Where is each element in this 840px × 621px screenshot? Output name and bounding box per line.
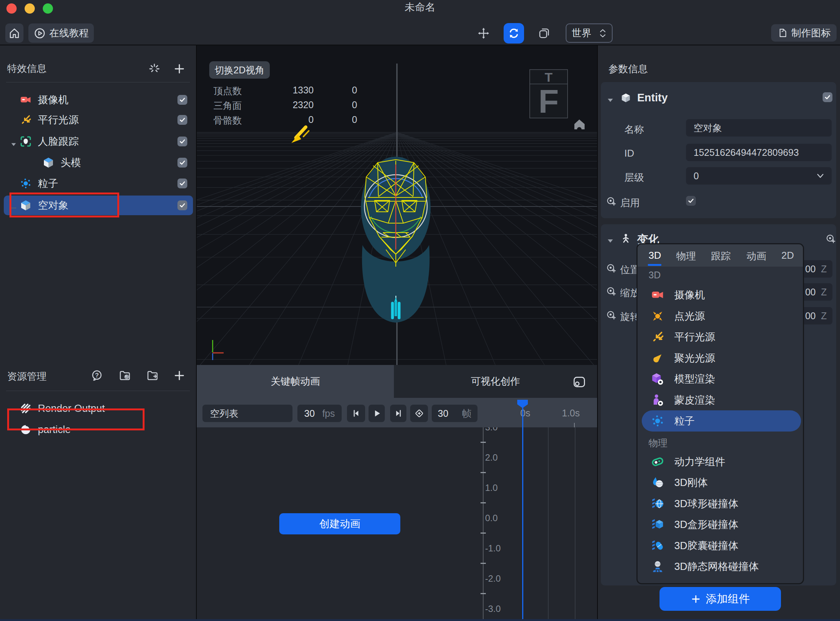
scale-tool-button[interactable] xyxy=(536,25,552,42)
add-component-button[interactable]: 添加组件 xyxy=(660,587,781,611)
add-folder-icon[interactable] xyxy=(146,369,159,382)
params-panel-title: 参数信息 xyxy=(608,62,648,76)
keyframe-icon[interactable] xyxy=(605,196,617,207)
menu-item-粒子[interactable]: 粒子 xyxy=(642,410,801,432)
model-render-icon xyxy=(651,372,664,386)
menu-item-3D球形碰撞体[interactable]: 3D球形碰撞体 xyxy=(638,493,804,514)
enable-checkbox[interactable] xyxy=(686,196,696,206)
space-mode-select[interactable]: 世界 xyxy=(566,23,613,43)
entity-card-title: Entity xyxy=(637,92,668,104)
visibility-checkbox[interactable] xyxy=(177,200,187,210)
menu-item-3D胶囊碰撞体[interactable]: 3D胶囊碰撞体 xyxy=(638,535,804,556)
tree-item-label: 人脸跟踪 xyxy=(38,135,193,148)
id-field-input[interactable] xyxy=(686,144,832,161)
add-keyframe-button[interactable] xyxy=(410,405,428,422)
add-asset-icon[interactable] xyxy=(173,369,185,382)
add-entity-icon[interactable] xyxy=(173,63,185,75)
menu-item-平行光源[interactable]: 平行光源 xyxy=(638,326,804,348)
name-field-input[interactable] xyxy=(686,119,832,137)
menu-item-3D静态网格碰撞体[interactable]: 3D静态网格碰撞体 xyxy=(638,556,804,577)
tree-item-空对象[interactable]: 空对象 xyxy=(4,196,193,215)
make-icon-button[interactable]: 制作图标 xyxy=(771,24,837,42)
directional-light-icon xyxy=(651,330,664,344)
layer-select[interactable]: 0 xyxy=(686,167,832,185)
timeline-panel: 关键帧动画 可视化创作 空列表 30 fps xyxy=(197,365,597,619)
spot-light-icon xyxy=(651,351,664,365)
stat-value-selected: 0 xyxy=(314,99,357,110)
resource-item-label: Render Output xyxy=(38,403,193,415)
visibility-checkbox[interactable] xyxy=(177,179,187,188)
fps-value: 30 xyxy=(304,408,315,419)
tab-visual-creation[interactable]: 可视化创作 xyxy=(394,365,597,398)
keyframe-icon[interactable] xyxy=(605,262,617,274)
resource-item-particle[interactable]: particle xyxy=(4,421,193,439)
component-tab-动画[interactable]: 动画 xyxy=(747,250,766,263)
component-tab-3D[interactable]: 3D xyxy=(649,250,661,261)
menu-item-动力学组件[interactable]: 动力学组件 xyxy=(638,451,804,472)
collapse-triangle-icon[interactable] xyxy=(607,235,614,242)
visibility-checkbox[interactable] xyxy=(177,137,187,146)
ruler-tick xyxy=(574,423,575,427)
menu-item-3D盒形碰撞体[interactable]: 3D盒形碰撞体 xyxy=(638,514,804,535)
component-tab-物理[interactable]: 物理 xyxy=(676,250,696,263)
menu-item-label: 3D刚体 xyxy=(674,476,708,489)
rotate-tool-button[interactable] xyxy=(504,23,524,43)
tree-item-人脸跟踪[interactable]: 人脸跟踪 xyxy=(4,132,193,151)
tree-item-摄像机[interactable]: 摄像机 xyxy=(4,90,193,110)
keyframe-icon[interactable] xyxy=(605,309,617,321)
skip-forward-button[interactable] xyxy=(390,405,406,422)
frame-count-field[interactable]: 30 帧 xyxy=(432,405,478,422)
menu-item-模型渲染[interactable]: 模型渲染 xyxy=(638,368,804,390)
folder-asset-icon[interactable] xyxy=(119,369,131,382)
loading-spinner-icon[interactable] xyxy=(148,63,160,75)
tree-item-头模[interactable]: 头模 xyxy=(4,153,193,172)
fps-field[interactable]: 30 fps xyxy=(297,405,342,422)
menu-item-摄像机[interactable]: 摄像机 xyxy=(638,284,804,306)
tree-item-平行光源[interactable]: 平行光源 xyxy=(4,110,193,130)
keyframe-icon[interactable] xyxy=(605,286,617,297)
move-tool-button[interactable] xyxy=(475,25,492,42)
visibility-checkbox[interactable] xyxy=(177,95,187,105)
menu-item-label: 模型渲染 xyxy=(674,372,715,386)
home-button[interactable] xyxy=(5,23,23,43)
collapse-triangle-icon[interactable] xyxy=(11,138,17,144)
visibility-checkbox[interactable] xyxy=(177,115,187,125)
viewport-3d[interactable]: T F 切换2D视角 顶点数13300三角面23200骨骼数00 xyxy=(197,45,597,365)
tab-visual-label: 可视化创作 xyxy=(471,375,520,388)
playhead-line xyxy=(522,407,523,619)
divider xyxy=(6,82,190,82)
menu-item-3D刚体[interactable]: 3D刚体 xyxy=(638,472,804,493)
play-button[interactable] xyxy=(369,405,385,422)
tree-item-label: 平行光源 xyxy=(38,113,193,127)
menu-item-聚光光源[interactable]: 聚光光源 xyxy=(638,348,804,369)
collapse-triangle-icon[interactable] xyxy=(607,95,614,101)
tab-keyframe-animation[interactable]: 关键帧动画 xyxy=(197,365,394,398)
menu-item-蒙皮渲染[interactable]: 蒙皮渲染 xyxy=(638,390,804,411)
skip-back-button[interactable] xyxy=(347,405,365,422)
graph-y-label: 2.0 xyxy=(485,452,512,463)
menu-item-点光源[interactable]: 点光源 xyxy=(638,306,804,327)
stat-value-scene: 1330 xyxy=(259,85,314,96)
visibility-checkbox[interactable] xyxy=(177,158,187,168)
component-tab-跟踪[interactable]: 跟踪 xyxy=(711,250,731,263)
component-tab-2D[interactable]: 2D xyxy=(781,250,794,261)
switch-2d-view-button[interactable]: 切换2D视角 xyxy=(209,61,270,79)
help-icon[interactable]: ? xyxy=(91,369,103,382)
app-window: 未命名 在线教程 世界 xyxy=(0,0,840,621)
menu-item-label: 粒子 xyxy=(674,414,695,428)
keyframe-add-icon[interactable] xyxy=(825,233,836,244)
window-bottom-edge xyxy=(0,619,840,621)
menu-item-label: 摄像机 xyxy=(674,288,705,302)
entity-enabled-checkbox[interactable] xyxy=(823,92,832,102)
online-tutorial-button[interactable]: 在线教程 xyxy=(28,23,94,43)
animation-list-select[interactable]: 空列表 xyxy=(202,405,292,422)
home-icon xyxy=(8,27,20,39)
resource-item-label: particle xyxy=(38,424,193,436)
resource-item-Render Output[interactable]: Render Output xyxy=(4,399,193,418)
graph-y-tick xyxy=(481,472,486,473)
tree-item-粒子[interactable]: 粒子 xyxy=(4,174,193,193)
animation-graph[interactable]: 3.02.01.00.0-1.0-2.0-3.0 创建动画 xyxy=(197,427,597,619)
orientation-gizmo: T F xyxy=(530,70,568,120)
create-animation-button[interactable]: 创建动画 xyxy=(279,513,400,534)
point-light-icon xyxy=(651,309,664,323)
